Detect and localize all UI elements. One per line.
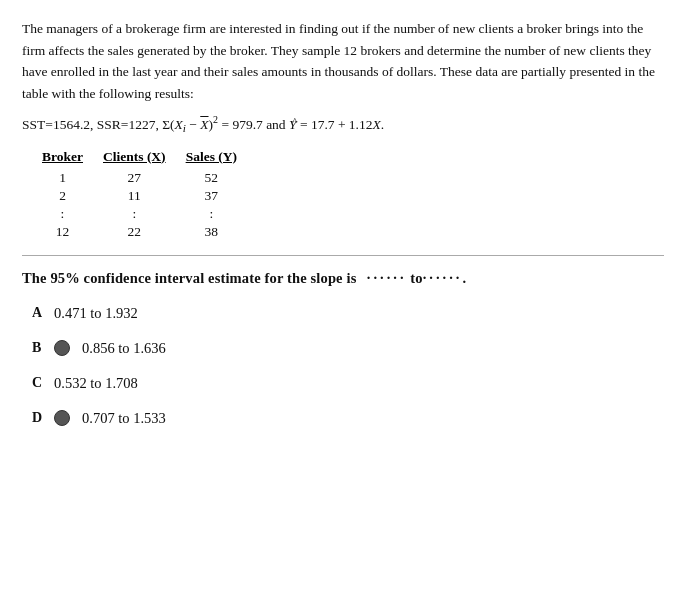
answer-text-c: 0.532 to 1.708 [54, 375, 138, 392]
col-header-broker: Broker [42, 147, 103, 169]
answer-text-d: 0.707 to 1.533 [82, 410, 166, 427]
question-paragraph: The managers of a brokerage firm are int… [22, 18, 664, 104]
cell-sales: 52 [186, 169, 257, 187]
data-table-container: Broker Clients (X) Sales (Y) 1 27 52 2 1… [42, 147, 664, 241]
table-row: 12 22 38 [42, 223, 257, 241]
radio-d[interactable] [54, 410, 70, 426]
cell-broker: : [42, 205, 103, 223]
page: The managers of a brokerage firm are int… [0, 0, 686, 605]
cell-clients: 22 [103, 223, 186, 241]
col-header-sales: Sales (Y) [186, 147, 257, 169]
section-divider [22, 255, 664, 256]
cell-broker: 1 [42, 169, 103, 187]
answer-row-a[interactable]: A 0.471 to 1.932 [32, 305, 664, 322]
answer-label-a: A [32, 305, 54, 321]
cell-broker: 12 [42, 223, 103, 241]
ci-question-text: The 95% confidence interval estimate for… [22, 270, 664, 287]
col-header-clients: Clients (X) [103, 147, 186, 169]
cell-sales: : [186, 205, 257, 223]
answer-row-d[interactable]: D 0.707 to 1.533 [32, 410, 664, 427]
cell-sales: 38 [186, 223, 257, 241]
cell-clients: : [103, 205, 186, 223]
answer-label-c: C [32, 375, 54, 391]
cell-broker: 2 [42, 187, 103, 205]
radio-b[interactable] [54, 340, 70, 356]
table-row: 1 27 52 [42, 169, 257, 187]
cell-sales: 37 [186, 187, 257, 205]
dots-left: ······ [360, 270, 406, 286]
answer-text-a: 0.471 to 1.932 [54, 305, 138, 322]
answer-label-b: B [32, 340, 54, 356]
answer-label-d: D [32, 410, 54, 426]
dots-right: ······ [423, 270, 463, 286]
answers-container: A 0.471 to 1.932 B 0.856 to 1.636 C 0.53… [22, 305, 664, 427]
answer-row-b[interactable]: B 0.856 to 1.636 [32, 340, 664, 357]
data-table: Broker Clients (X) Sales (Y) 1 27 52 2 1… [42, 147, 257, 241]
formula-line: SST=1564.2, SSR=1227, Σ(Xi − X)2 = 979.7… [22, 114, 664, 134]
table-row: 2 11 37 [42, 187, 257, 205]
cell-clients: 27 [103, 169, 186, 187]
answer-text-b: 0.856 to 1.636 [82, 340, 166, 357]
cell-clients: 11 [103, 187, 186, 205]
answer-row-c[interactable]: C 0.532 to 1.708 [32, 375, 664, 392]
table-row: : : : [42, 205, 257, 223]
